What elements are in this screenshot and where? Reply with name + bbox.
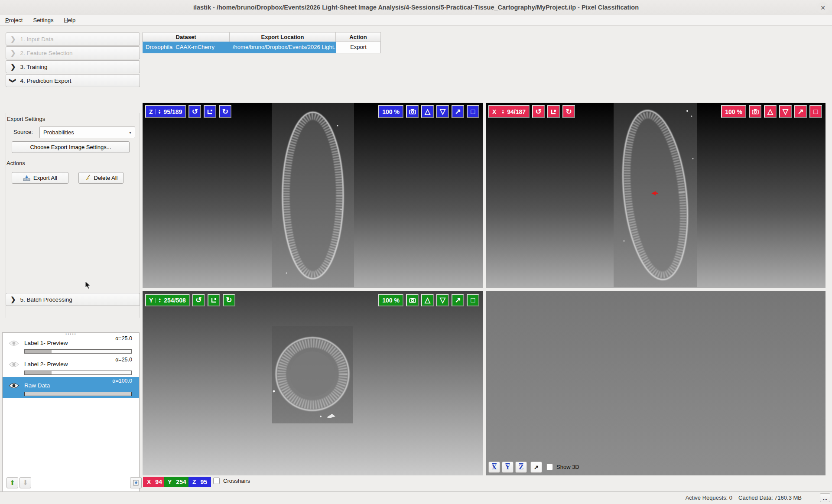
eye-icon[interactable]: [9, 340, 19, 347]
layer-list: ••••• Label 1- Preview α=25.0 Label 2- P…: [2, 332, 140, 501]
zoom-to-fit-button[interactable]: ↗: [452, 105, 464, 118]
eye-icon[interactable]: [9, 382, 19, 389]
viewport-x[interactable]: X ▲▼ 94/187 ↺ ↻ 100 % △ ▽ ↗ □: [486, 103, 826, 288]
arrow-diagonal-icon: ↗: [455, 296, 461, 305]
embryo-slice-x: [614, 103, 697, 288]
chevron-down-icon: ▾: [129, 130, 131, 135]
mouse-cursor: [85, 281, 91, 289]
layer-row-label2[interactable]: Label 2- Preview α=25.0: [3, 356, 139, 377]
rotate-right-icon: ↻: [226, 296, 232, 305]
source-label: Source:: [13, 129, 33, 135]
zoom-to-fit-button[interactable]: ↗: [794, 105, 807, 118]
column-header-export-location[interactable]: Export Location: [229, 33, 336, 42]
swap-axes-button[interactable]: [204, 105, 216, 118]
column-header-action[interactable]: Action: [335, 33, 381, 42]
reset-zoom-button[interactable]: □: [809, 105, 822, 118]
alpha-value: α=25.0: [115, 357, 132, 363]
slice-up-button[interactable]: △: [764, 105, 777, 118]
table-row[interactable]: Drosophila_CAAX-mCherry /home/bruno/Drop…: [143, 42, 381, 53]
slice-spinner[interactable]: ▲▼: [156, 298, 161, 303]
snapshot-button[interactable]: [749, 105, 761, 118]
snapshot-button[interactable]: [406, 294, 419, 306]
triangle-up-icon: △: [425, 107, 430, 116]
opacity-slider[interactable]: [24, 349, 132, 354]
dock-3d-view-button[interactable]: ↗: [530, 462, 542, 473]
zoom-to-fit-button[interactable]: ↗: [452, 294, 464, 306]
applet-batch-processing[interactable]: ❯ 5. Batch Processing: [6, 293, 140, 306]
export-current-view-button[interactable]: [130, 477, 142, 488]
rotate-right-button[interactable]: ↻: [219, 105, 231, 118]
export-dataset-table: Dataset Export Location Action Drosophil…: [143, 32, 381, 53]
arrow-diagonal-icon: ↗: [455, 107, 461, 116]
export-button[interactable]: Export: [336, 42, 381, 53]
applet-input-data: ❯ 1. Input Data: [6, 33, 140, 46]
rotate-right-icon: ↻: [222, 107, 228, 116]
chevron-right-icon: ❯: [10, 296, 16, 303]
close-icon[interactable]: ✕: [817, 2, 829, 13]
viewport-x-right-toolbar: 100 % △ ▽ ↗ □: [721, 105, 822, 118]
slice-down-button[interactable]: ▽: [436, 105, 449, 118]
swap-axes-button[interactable]: [208, 294, 220, 306]
viewport-y-left-toolbar: Y ▲▼ 254/508 ↺ ↻: [145, 294, 235, 306]
reset-zoom-button[interactable]: □: [467, 294, 479, 306]
rotate-left-button[interactable]: ↺: [192, 294, 205, 306]
camera-icon: [409, 109, 416, 114]
position-x-badge: X94: [143, 477, 166, 487]
viewport-3d[interactable]: X Y Z ↗ Show 3D: [486, 291, 826, 475]
actions-title: Actions: [6, 160, 25, 166]
dataset-name-cell[interactable]: Drosophila_CAAX-mCherry: [143, 42, 230, 53]
rotate-left-button[interactable]: ↺: [532, 105, 545, 118]
layer-row-raw-data[interactable]: Raw Data α=100.0: [3, 377, 139, 398]
opacity-slider[interactable]: [24, 392, 132, 396]
rotate-right-button[interactable]: ↻: [223, 294, 235, 306]
square-icon: □: [471, 296, 475, 305]
crosshairs-checkbox[interactable]: [213, 478, 220, 484]
export-all-button[interactable]: Export All: [12, 172, 68, 184]
viewport-y[interactable]: Y ▲▼ 254/508 ↺ ↻ 100 % △ ▽ ↗ □: [143, 291, 483, 475]
rotate-left-button[interactable]: ↺: [188, 105, 201, 118]
slice-position-badge-y: Y ▲▼ 254/508: [145, 294, 190, 306]
move-up-button[interactable]: ⬆: [6, 477, 18, 488]
swap-axes-icon: [550, 108, 557, 115]
move-down-button[interactable]: ⬇: [20, 477, 31, 488]
opacity-slider[interactable]: [24, 371, 132, 375]
rotate-right-button[interactable]: ↻: [562, 105, 575, 118]
swap-axes-button[interactable]: [547, 105, 560, 118]
show-3d-checkbox[interactable]: [546, 464, 553, 470]
layer-row-label1[interactable]: Label 1- Preview α=25.0: [3, 335, 139, 356]
source-select[interactable]: Probabilities ▾: [39, 127, 135, 138]
toggle-x-slice-button[interactable]: X: [488, 462, 500, 473]
menu-project[interactable]: Project: [5, 17, 23, 23]
chevron-right-icon: ❯: [10, 49, 16, 57]
slice-spinner[interactable]: ▲▼: [156, 109, 161, 114]
toggle-y-slice-button[interactable]: Y: [502, 462, 514, 473]
export-location-cell[interactable]: /home/bruno/Dropbox/Events/2026 Light...: [230, 42, 336, 53]
toggle-z-slice-button[interactable]: Z: [515, 462, 527, 473]
slice-down-button[interactable]: ▽: [436, 294, 449, 306]
viewport-x-left-toolbar: X ▲▼ 94/187 ↺ ↻: [488, 105, 575, 118]
crosshairs-toggle[interactable]: Crosshairs: [213, 478, 250, 484]
delete-all-button[interactable]: Delete All: [78, 172, 124, 184]
chevron-right-icon: ❯: [10, 35, 16, 43]
viewport-z[interactable]: Z ▲▼ 95/189 ↺ ↻ 100 % △ ▽ ↗ □: [143, 103, 483, 288]
menu-help[interactable]: Help: [64, 17, 75, 23]
slice-down-button[interactable]: ▽: [779, 105, 792, 118]
eye-icon[interactable]: [9, 361, 19, 368]
applet-sidebar: ❯ 1. Input Data ❯ 2. Feature Selection ❯…: [0, 26, 141, 491]
column-header-dataset[interactable]: Dataset: [142, 33, 230, 42]
snapshot-button[interactable]: [406, 105, 419, 118]
slice-up-button[interactable]: △: [421, 294, 434, 306]
choose-export-settings-button[interactable]: Choose Export Image Settings...: [12, 141, 130, 153]
menu-settings[interactable]: Settings: [33, 17, 53, 23]
status-more-button[interactable]: ...: [820, 493, 830, 502]
show-3d-toggle[interactable]: Show 3D: [546, 464, 579, 470]
slice-up-button[interactable]: △: [421, 105, 434, 118]
slice-position-badge-z: Z ▲▼ 95/189: [145, 105, 186, 118]
export-tray-icon: [23, 175, 30, 181]
zoom-level-badge: 100 %: [378, 105, 403, 118]
reset-zoom-button[interactable]: □: [467, 105, 479, 118]
viewport-z-left-toolbar: Z ▲▼ 95/189 ↺ ↻: [145, 105, 231, 118]
applet-training[interactable]: ❯ 3. Training: [6, 60, 140, 73]
applet-prediction-export[interactable]: ❯ 4. Prediction Export: [6, 74, 140, 87]
slice-spinner[interactable]: ▲▼: [499, 109, 504, 114]
